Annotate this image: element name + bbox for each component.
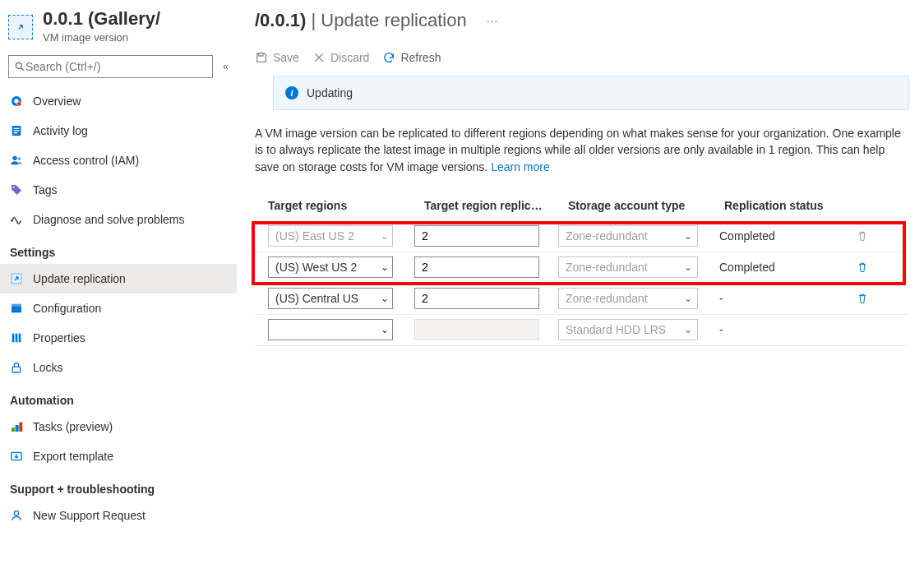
overview-icon: [10, 95, 23, 108]
svg-rect-6: [14, 130, 20, 131]
discard-label: Discard: [330, 51, 369, 64]
svg-rect-16: [16, 334, 18, 343]
search-input[interactable]: [25, 60, 207, 73]
support-icon: [10, 509, 23, 522]
region-select: (US) East US 2 ⌄: [268, 225, 393, 247]
section-settings: Settings: [0, 234, 237, 264]
storage-value: Zone-redundant: [566, 292, 648, 305]
replica-count-input[interactable]: [414, 288, 539, 309]
region-select[interactable]: (US) Central US ⌄: [268, 288, 393, 309]
storage-type-select[interactable]: Zone-redundant ⌄: [558, 225, 698, 247]
main-content: /0.0.1) | Update replication ··· Save Di…: [237, 0, 924, 573]
sidebar-item-label: Configuration: [33, 302, 101, 315]
sidebar-item-label: Tags: [33, 183, 58, 196]
svg-point-0: [16, 62, 21, 68]
table-row: (US) Central US ⌄ Zone-redundant ⌄ -: [255, 284, 909, 315]
learn-more-link[interactable]: Learn more: [491, 160, 550, 173]
svg-rect-19: [12, 427, 15, 432]
chevron-down-icon: ⌄: [381, 324, 389, 335]
resource-subtitle: VM image version: [43, 31, 160, 44]
storage-value: Zone-redundant: [566, 229, 648, 243]
sidebar-item-activity-log[interactable]: Activity log: [0, 116, 237, 146]
people-icon: [10, 154, 23, 167]
save-label: Save: [273, 51, 299, 64]
sidebar-item-export-template[interactable]: Export template: [0, 441, 237, 471]
sidebar-item-overview[interactable]: Overview: [0, 86, 237, 116]
svg-point-23: [14, 511, 18, 515]
title-separator: |: [306, 10, 321, 30]
page-title: /0.0.1) | Update replication: [255, 10, 467, 31]
search-box[interactable]: [8, 55, 213, 78]
svg-rect-18: [12, 367, 20, 372]
description: A VM image version can be replicated to …: [255, 125, 909, 190]
col-storage-type: Storage account type: [568, 199, 724, 212]
info-icon: i: [285, 86, 298, 99]
delete-row-button[interactable]: [846, 261, 879, 274]
sidebar-item-diagnose[interactable]: Diagnose and solve problems: [0, 205, 237, 234]
sidebar-item-label: Tasks (preview): [33, 420, 113, 433]
description-text: A VM image version can be replicated to …: [255, 127, 901, 173]
region-select[interactable]: ⌄: [268, 319, 393, 340]
replication-icon: [10, 272, 23, 285]
toolbar: Save Discard Refresh: [255, 31, 909, 76]
replica-count-input[interactable]: [414, 256, 539, 278]
svg-rect-21: [19, 423, 22, 432]
svg-point-3: [17, 102, 21, 106]
more-button[interactable]: ···: [472, 14, 499, 27]
status-text: -: [714, 292, 846, 305]
replica-count-input[interactable]: [414, 225, 539, 247]
sidebar-item-update-replication[interactable]: Update replication: [0, 264, 237, 293]
discard-button[interactable]: Discard: [312, 51, 369, 64]
sidebar-item-label: Activity log: [33, 124, 88, 137]
svg-rect-14: [12, 304, 21, 307]
storage-type-select[interactable]: Zone-redundant ⌄: [558, 256, 698, 278]
chevron-down-icon: ⌄: [684, 293, 692, 304]
sidebar-item-access-control[interactable]: Access control (IAM): [0, 146, 237, 175]
tasks-icon: [10, 420, 23, 433]
chevron-down-icon: ⌄: [381, 230, 389, 242]
title-resource-path: /0.0.1): [255, 10, 306, 30]
table-row: (US) East US 2 ⌄ Zone-redundant ⌄ Comple…: [255, 221, 909, 252]
page-header: /0.0.1) | Update replication ···: [255, 0, 909, 31]
table-row: ⌄ Standard HDD LRS ⌄ -: [255, 315, 909, 346]
sidebar-item-label: Properties: [33, 331, 85, 344]
lock-icon: [10, 361, 23, 374]
svg-rect-5: [14, 128, 20, 129]
chevron-down-icon: ⌄: [684, 261, 692, 273]
sidebar-item-properties[interactable]: Properties: [0, 323, 237, 353]
sidebar-item-label: Locks: [33, 361, 63, 374]
chevron-down-icon: ⌄: [684, 324, 692, 335]
sidebar-item-label: Export template: [33, 450, 113, 463]
sidebar-item-new-support-request[interactable]: New Support Request: [0, 501, 237, 530]
status-text: Completed: [714, 261, 846, 274]
svg-point-10: [13, 187, 15, 188]
sidebar-item-configuration[interactable]: Configuration: [0, 293, 237, 323]
sidebar-item-label: Update replication: [33, 272, 126, 285]
chevron-down-icon: ⌄: [381, 261, 389, 273]
resource-title: 0.0.1 (Gallery/: [43, 8, 160, 30]
updating-banner: i Updating: [273, 76, 909, 110]
properties-icon: [10, 331, 23, 344]
banner-text: Updating: [307, 86, 353, 99]
status-text: Completed: [714, 229, 846, 243]
svg-rect-13: [12, 306, 21, 312]
sidebar-item-tags[interactable]: Tags: [0, 175, 237, 205]
sidebar-item-tasks[interactable]: Tasks (preview): [0, 412, 237, 441]
sidebar-item-locks[interactable]: Locks: [0, 353, 237, 382]
refresh-button[interactable]: Refresh: [382, 51, 441, 64]
refresh-label: Refresh: [400, 51, 441, 64]
refresh-icon: [382, 51, 395, 64]
table-header: Target regions Target region replic… Sto…: [255, 190, 909, 221]
collapse-sidebar-button[interactable]: «: [219, 58, 229, 76]
save-button[interactable]: Save: [255, 51, 299, 64]
storage-type-select[interactable]: Standard HDD LRS ⌄: [558, 319, 698, 340]
region-select[interactable]: (US) West US 2 ⌄: [268, 256, 393, 278]
export-icon: [10, 450, 23, 463]
replication-table: Target regions Target region replic… Sto…: [255, 190, 909, 346]
storage-type-select[interactable]: Zone-redundant ⌄: [558, 288, 698, 309]
svg-point-8: [12, 156, 16, 160]
replica-count-input: [414, 319, 539, 340]
col-replication-status: Replication status: [724, 199, 856, 212]
sidebar-item-label: Access control (IAM): [33, 154, 139, 167]
delete-row-button[interactable]: [846, 292, 879, 305]
